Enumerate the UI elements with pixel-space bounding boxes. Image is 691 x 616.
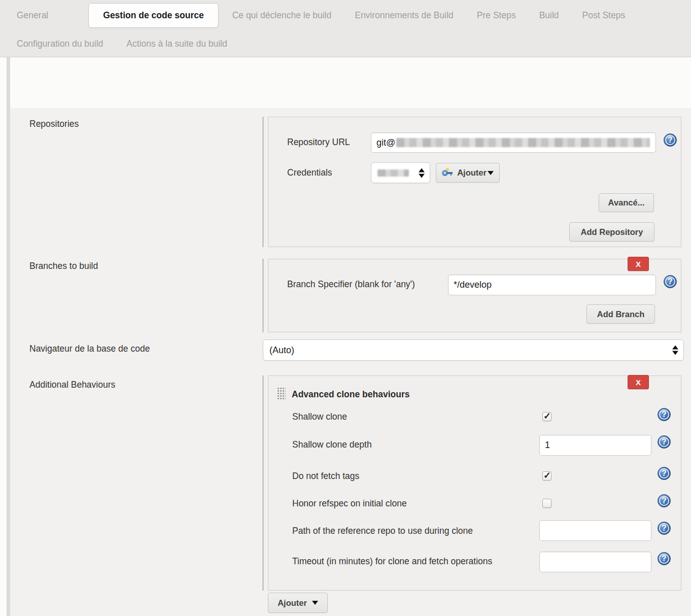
branch-specifier-label: Branch Specifier (blank for 'any')	[287, 279, 415, 290]
key-icon	[442, 169, 453, 177]
repository-box: Repository URL git@ ? Credentials Ajoute…	[268, 117, 681, 247]
shallow-clone-depth-label: Shallow clone depth	[292, 439, 372, 450]
branch-box: Branch Specifier (blank for 'any') ? Add…	[268, 259, 681, 332]
advanced-button[interactable]: Avancé...	[599, 193, 654, 212]
help-icon[interactable]: ?	[658, 435, 671, 449]
tab-ce-qui-declenche-le-build[interactable]: Ce qui déclenche le build	[232, 10, 332, 21]
behaviour-title: Advanced clone behaviours	[292, 389, 409, 400]
branches-section-label: Branches to build	[29, 261, 98, 271]
reference-repo-path-input[interactable]	[539, 520, 651, 541]
tab-environnements-de-build[interactable]: Environnements de Build	[355, 10, 454, 21]
do-not-fetch-tags-checkbox[interactable]: ✓	[542, 471, 551, 481]
honor-refspec-checkbox[interactable]: ✓	[542, 499, 551, 508]
up-down-spinner-icon	[419, 168, 425, 178]
tabbar-row-1: General Gestion de code source Ce qui dé…	[0, 0, 691, 31]
section-divider	[262, 375, 264, 591]
shallow-clone-label: Shallow clone	[292, 412, 347, 422]
delete-branch-button[interactable]: X	[628, 257, 649, 271]
up-down-spinner-icon	[672, 346, 678, 355]
repo-browser-label: Navigateur de la base de code	[29, 344, 150, 354]
credentials-label: Credentials	[287, 167, 332, 178]
help-icon[interactable]: ?	[658, 522, 671, 535]
config-tabbar: General Gestion de code source Ce qui dé…	[0, 0, 691, 57]
behaviours-section-label: Additional Behaviours	[29, 380, 115, 390]
help-icon[interactable]: ?	[658, 494, 671, 507]
git-config-content: Repositories Repository URL git@ ? Crede…	[10, 108, 691, 616]
shallow-clone-depth-input[interactable]	[539, 435, 651, 456]
help-icon[interactable]: ?	[664, 133, 677, 147]
do-not-fetch-tags-label: Do not fetch tags	[292, 471, 359, 482]
help-icon[interactable]: ?	[658, 467, 671, 480]
add-branch-button[interactable]: Add Branch	[586, 304, 655, 324]
redacted-text	[377, 169, 409, 177]
caret-down-icon	[488, 171, 494, 175]
caret-down-icon	[312, 601, 318, 605]
repo-browser-selected-value: (Auto)	[269, 345, 294, 356]
tab-configuration-du-build[interactable]: Configuration du build	[17, 39, 103, 49]
drag-handle-icon[interactable]	[277, 387, 286, 400]
repository-url-label: Repository URL	[287, 137, 350, 148]
tab-build[interactable]: Build	[539, 10, 559, 21]
behaviour-box: Advanced clone behaviours Shallow clone …	[268, 375, 681, 591]
help-icon[interactable]: ?	[664, 275, 677, 288]
repository-url-prefix: git@	[376, 138, 395, 148]
section-divider	[262, 117, 264, 247]
section-divider	[262, 259, 264, 332]
shallow-clone-checkbox[interactable]: ✓	[542, 412, 551, 421]
credentials-select[interactable]	[371, 162, 430, 183]
repository-url-input[interactable]: git@	[371, 132, 656, 153]
tab-gestion-de-code-source[interactable]: Gestion de code source	[88, 3, 218, 28]
delete-behaviour-button[interactable]: X	[628, 375, 649, 389]
tabbar-row-2: Configuration du build Actions à la suit…	[0, 31, 691, 56]
repo-browser-select[interactable]: (Auto)	[263, 339, 684, 361]
tab-post-steps[interactable]: Post Steps	[582, 10, 626, 21]
redacted-text	[396, 138, 650, 147]
left-gutter-bar	[7, 57, 10, 616]
honor-refspec-label: Honor refspec on initial clone	[292, 498, 407, 509]
clone-timeout-label: Timeout (in minutes) for clone and fetch…	[292, 556, 492, 567]
add-behaviour-button[interactable]: Ajouter	[268, 593, 328, 613]
reference-repo-path-label: Path of the reference repo to use during…	[292, 526, 473, 536]
jenkins-job-config-page: General Gestion de code source Ce qui dé…	[0, 0, 691, 616]
tab-pre-steps[interactable]: Pre Steps	[477, 10, 516, 21]
tab-general[interactable]: General	[17, 10, 48, 21]
help-icon[interactable]: ?	[658, 552, 671, 565]
branch-specifier-input[interactable]	[448, 275, 656, 295]
scm-choice-area: Aucune Git	[10, 58, 691, 108]
help-icon[interactable]: ?	[658, 408, 671, 421]
clone-timeout-input[interactable]	[539, 552, 651, 572]
add-repository-button[interactable]: Add Repository	[569, 222, 654, 242]
add-credentials-button[interactable]: Ajouter	[436, 163, 500, 183]
repositories-section-label: Repositories	[29, 119, 79, 129]
tab-actions-a-la-suite-du-build[interactable]: Actions à la suite du build	[126, 39, 227, 49]
